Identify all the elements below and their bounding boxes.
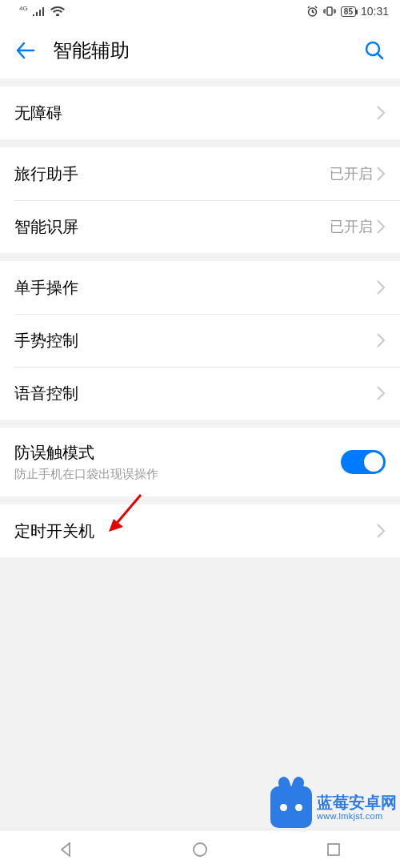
nav-home-icon[interactable]: [190, 840, 210, 859]
row-label: 防误触模式: [14, 442, 341, 464]
clock: 10:31: [361, 5, 389, 18]
watermark-title: 蓝莓安卓网: [317, 794, 397, 811]
chevron-right-icon: [376, 279, 386, 295]
row-label: 手势控制: [14, 330, 376, 352]
row-label: 旅行助手: [14, 163, 330, 185]
section-assistants: 旅行助手 已开启 智能识屏 已开启: [0, 147, 400, 253]
signal-icon: [33, 6, 46, 16]
chevron-right-icon: [376, 332, 386, 348]
row-label: 定时开关机: [14, 520, 376, 542]
chevron-right-icon: [376, 385, 386, 401]
back-icon[interactable]: [14, 39, 37, 62]
section-power-schedule: 定时开关机: [0, 504, 400, 557]
status-left: 4G: [19, 6, 65, 16]
watermark-logo-icon: [270, 786, 312, 828]
row-scheduled-power[interactable]: 定时开关机: [0, 504, 400, 557]
svg-rect-6: [328, 844, 339, 855]
section-mistouch: 防误触模式 防止手机在口袋出现误操作: [0, 428, 400, 496]
vibrate-icon: [323, 6, 336, 17]
section-accessibility: 无障碍: [0, 86, 400, 139]
row-accessibility[interactable]: 无障碍: [0, 86, 400, 139]
row-voice-control[interactable]: 语音控制: [0, 367, 400, 420]
row-value: 已开启: [330, 217, 373, 236]
watermark-url: www.lmkjst.com: [317, 811, 397, 821]
row-value: 已开启: [330, 164, 373, 183]
row-gesture-control[interactable]: 手势控制: [0, 314, 400, 367]
row-smart-screen[interactable]: 智能识屏 已开启: [0, 200, 400, 253]
row-travel-assistant[interactable]: 旅行助手 已开启: [0, 147, 400, 200]
row-block: 防误触模式 防止手机在口袋出现误操作: [14, 442, 341, 482]
row-label: 单手操作: [14, 277, 376, 299]
battery-level: 85: [344, 7, 353, 16]
chevron-right-icon: [376, 166, 386, 182]
watermark-text: 蓝莓安卓网 www.lmkjst.com: [317, 794, 397, 821]
row-label: 语音控制: [14, 383, 376, 404]
svg-point-5: [194, 843, 206, 856]
row-label: 智能识屏: [14, 216, 330, 238]
network-type: 4G: [19, 5, 28, 12]
chevron-right-icon: [376, 219, 386, 235]
status-right: 85 10:31: [306, 5, 389, 18]
svg-rect-1: [327, 7, 332, 15]
row-subtitle: 防止手机在口袋出现误操作: [14, 467, 341, 482]
row-label: 无障碍: [14, 102, 376, 124]
section-controls: 单手操作 手势控制 语音控制: [0, 261, 400, 420]
chevron-right-icon: [376, 523, 386, 539]
nav-back-icon[interactable]: [57, 840, 76, 859]
nav-recent-icon[interactable]: [324, 840, 343, 859]
row-one-hand[interactable]: 单手操作: [0, 261, 400, 314]
page-title: 智能辅助: [53, 38, 347, 63]
alarm-icon: [306, 6, 318, 18]
wifi-icon: [50, 6, 65, 16]
header: 智能辅助: [0, 22, 400, 78]
chevron-right-icon: [376, 105, 386, 121]
battery-icon: 85: [341, 6, 356, 17]
search-icon[interactable]: [363, 39, 386, 62]
row-mistouch-prevention: 防误触模式 防止手机在口袋出现误操作: [0, 428, 400, 496]
nav-bar: [0, 830, 400, 868]
toggle-switch[interactable]: [341, 450, 386, 474]
watermark: 蓝莓安卓网 www.lmkjst.com: [270, 786, 397, 828]
status-bar: 4G 85 10:31: [0, 0, 400, 22]
